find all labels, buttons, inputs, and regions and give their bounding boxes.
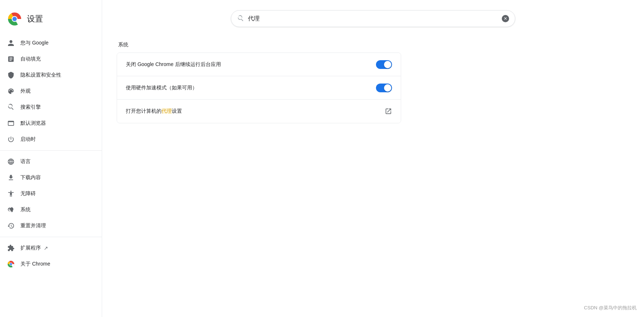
browser-icon [7, 120, 15, 127]
sidebar-item-browser[interactable]: 默认浏览器 [0, 115, 96, 131]
search-clear-button[interactable]: ✕ [502, 15, 509, 22]
nav-divider-2 [0, 237, 102, 237]
sidebar-item-privacy[interactable]: 隐私设置和安全性 [0, 67, 96, 83]
download-icon [7, 174, 15, 181]
proxy-label: 打开您计算机的代理设置 [126, 108, 385, 115]
sidebar-item-autofill-label: 自动填充 [20, 56, 41, 62]
sidebar-item-about-label: 关于 Chrome [20, 261, 50, 267]
watermark: CSDN @菜鸟中的拖拉机 [584, 305, 637, 311]
search-icon [7, 104, 15, 111]
sidebar: 设置 您与 Google 自动填充 隐私设置和安全性 外观 [0, 0, 102, 317]
sidebar-item-extensions[interactable]: 扩展程序 ↗ [0, 240, 96, 256]
about-chrome-icon [7, 260, 15, 268]
sidebar-item-about[interactable]: 关于 Chrome [0, 256, 96, 272]
keep-running-label: 关闭 Google Chrome 后继续运行后台应用 [126, 61, 376, 68]
sidebar-item-browser-label: 默认浏览器 [20, 120, 46, 127]
search-bar: ✕ [231, 10, 515, 27]
svg-point-5 [10, 263, 12, 265]
hardware-accel-toggle[interactable] [376, 84, 392, 92]
power-icon [7, 136, 15, 143]
article-icon [7, 55, 15, 63]
search-input[interactable] [248, 15, 498, 22]
system-section: 系统 关闭 Google Chrome 后继续运行后台应用 使用硬件加速模式（如… [117, 42, 629, 123]
sidebar-item-appearance-label: 外观 [20, 88, 31, 94]
shield-icon [7, 71, 15, 79]
sidebar-item-search-label: 搜索引擎 [20, 104, 41, 111]
sidebar-item-download-label: 下载内容 [20, 174, 41, 181]
reset-icon [7, 222, 15, 229]
settings-row-hardware-accel: 使用硬件加速模式（如果可用） [117, 76, 401, 100]
sidebar-item-language-label: 语言 [20, 158, 31, 165]
sidebar-item-appearance[interactable]: 外观 [0, 83, 96, 99]
hardware-accel-label: 使用硬件加速模式（如果可用） [126, 85, 376, 91]
sidebar-nav: 您与 Google 自动填充 隐私设置和安全性 外观 搜索引擎 [0, 35, 102, 317]
sidebar-item-language[interactable]: 语言 [0, 154, 96, 170]
sidebar-item-system-label: 系统 [20, 206, 31, 213]
section-title: 系统 [117, 42, 629, 48]
proxy-label-highlight: 代理 [162, 108, 172, 114]
settings-row-keep-running: 关闭 Google Chrome 后继续运行后台应用 [117, 53, 401, 76]
sidebar-item-reset[interactable]: 重置并清理 [0, 218, 96, 234]
sidebar-item-google-label: 您与 Google [20, 40, 49, 46]
sidebar-item-privacy-label: 隐私设置和安全性 [20, 72, 61, 78]
sidebar-item-accessibility[interactable]: 无障碍 [0, 186, 96, 202]
sidebar-item-system[interactable]: 系统 [0, 202, 96, 218]
keep-running-toggle[interactable] [376, 60, 392, 69]
extensions-label-group: 扩展程序 ↗ [20, 245, 48, 251]
sidebar-item-autofill[interactable]: 自动填充 [0, 51, 96, 67]
sidebar-item-search[interactable]: 搜索引擎 [0, 99, 96, 115]
sidebar-item-startup-label: 启动时 [20, 136, 36, 143]
sidebar-item-accessibility-label: 无障碍 [20, 190, 36, 197]
search-bar-wrap: ✕ [117, 10, 629, 27]
sidebar-item-extensions-label: 扩展程序 [20, 245, 41, 251]
nav-divider-1 [0, 150, 102, 151]
svg-point-2 [12, 17, 17, 21]
sidebar-item-startup[interactable]: 启动时 [0, 131, 96, 147]
puzzle-icon [7, 244, 15, 252]
main-content: ✕ 系统 关闭 Google Chrome 后继续运行后台应用 使用硬件加速模式… [102, 0, 644, 317]
external-link-icon: ↗ [44, 245, 48, 251]
proxy-external-link-button[interactable] [385, 108, 392, 115]
sidebar-item-google[interactable]: 您与 Google [0, 35, 96, 51]
wrench-icon [7, 206, 15, 213]
proxy-label-after: 设置 [172, 108, 182, 114]
sidebar-item-download[interactable]: 下载内容 [0, 170, 96, 186]
settings-card: 关闭 Google Chrome 后继续运行后台应用 使用硬件加速模式（如果可用… [117, 53, 401, 123]
sidebar-item-reset-label: 重置并清理 [20, 223, 46, 229]
sidebar-title: 设置 [27, 13, 43, 24]
settings-row-proxy: 打开您计算机的代理设置 [117, 100, 401, 123]
search-icon [237, 15, 244, 22]
accessibility-icon [7, 190, 15, 197]
sidebar-header: 设置 [0, 7, 102, 35]
palette-icon [7, 88, 15, 95]
globe-icon [7, 158, 15, 165]
person-icon [7, 39, 15, 47]
chrome-logo [7, 12, 22, 26]
proxy-label-before: 打开您计算机的 [126, 108, 162, 114]
